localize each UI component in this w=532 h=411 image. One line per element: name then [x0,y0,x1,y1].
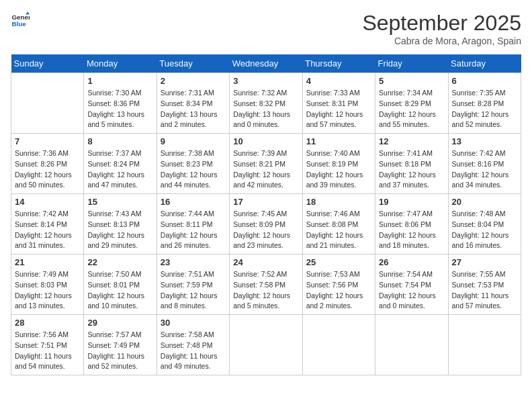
page-header: General Blue September 2025 Cabra de Mor… [11,11,521,46]
day-info: Sunrise: 7:54 AM Sunset: 7:54 PM Dayligh… [379,269,444,312]
day-number: 8 [87,136,152,146]
day-number: 3 [233,76,298,86]
calendar-cell: 5Sunrise: 7:34 AM Sunset: 8:29 PM Daylig… [375,73,448,134]
day-number: 17 [233,197,298,207]
header-day-friday: Friday [375,54,448,73]
day-number: 21 [15,257,80,267]
day-number: 13 [452,136,517,146]
calendar-cell: 27Sunrise: 7:55 AM Sunset: 7:53 PM Dayli… [448,255,521,315]
day-info: Sunrise: 7:33 AM Sunset: 8:31 PM Dayligh… [306,88,371,130]
day-number: 5 [379,76,444,86]
day-info: Sunrise: 7:41 AM Sunset: 8:18 PM Dayligh… [379,148,444,191]
calendar-cell: 30Sunrise: 7:58 AM Sunset: 7:48 PM Dayli… [157,315,229,375]
day-info: Sunrise: 7:55 AM Sunset: 7:53 PM Dayligh… [452,269,517,312]
day-number: 22 [87,257,152,267]
day-number: 28 [15,318,80,328]
day-info: Sunrise: 7:36 AM Sunset: 8:26 PM Dayligh… [15,148,80,191]
day-info: Sunrise: 7:49 AM Sunset: 8:03 PM Dayligh… [15,269,80,312]
day-info: Sunrise: 7:44 AM Sunset: 8:11 PM Dayligh… [161,209,226,251]
title-block: September 2025 Cabra de Mora, Aragon, Sp… [362,11,521,46]
day-info: Sunrise: 7:50 AM Sunset: 8:01 PM Dayligh… [87,269,152,312]
calendar-cell: 22Sunrise: 7:50 AM Sunset: 8:01 PM Dayli… [84,255,157,315]
day-number: 30 [161,318,226,328]
calendar-cell: 13Sunrise: 7:42 AM Sunset: 8:16 PM Dayli… [448,134,521,194]
calendar-cell: 20Sunrise: 7:48 AM Sunset: 8:04 PM Dayli… [448,194,521,255]
calendar-cell: 7Sunrise: 7:36 AM Sunset: 8:26 PM Daylig… [11,134,84,194]
week-row-4: 21Sunrise: 7:49 AM Sunset: 8:03 PM Dayli… [11,255,521,315]
day-number: 9 [161,136,226,146]
day-number: 18 [306,197,371,207]
day-number: 16 [161,197,226,207]
calendar-cell: 25Sunrise: 7:53 AM Sunset: 7:56 PM Dayli… [302,255,375,315]
calendar-cell [375,315,448,375]
calendar-cell: 23Sunrise: 7:51 AM Sunset: 7:59 PM Dayli… [157,255,229,315]
calendar-cell: 24Sunrise: 7:52 AM Sunset: 7:58 PM Dayli… [230,255,302,315]
calendar-cell: 4Sunrise: 7:33 AM Sunset: 8:31 PM Daylig… [302,73,375,134]
day-number: 7 [15,136,80,146]
calendar-header: SundayMondayTuesdayWednesdayThursdayFrid… [11,54,521,73]
week-row-3: 14Sunrise: 7:42 AM Sunset: 8:14 PM Dayli… [11,194,521,255]
day-info: Sunrise: 7:38 AM Sunset: 8:23 PM Dayligh… [161,148,226,191]
calendar-cell [11,73,84,134]
day-info: Sunrise: 7:34 AM Sunset: 8:29 PM Dayligh… [379,88,444,130]
calendar-cell: 6Sunrise: 7:35 AM Sunset: 8:28 PM Daylig… [448,73,521,134]
location-subtitle: Cabra de Mora, Aragon, Spain [362,36,521,46]
day-number: 11 [306,136,371,146]
header-day-wednesday: Wednesday [230,54,302,73]
day-info: Sunrise: 7:40 AM Sunset: 8:19 PM Dayligh… [306,148,371,191]
day-number: 26 [379,257,444,267]
header-day-thursday: Thursday [302,54,375,73]
day-number: 4 [306,76,371,86]
calendar-cell: 3Sunrise: 7:32 AM Sunset: 8:32 PM Daylig… [230,73,302,134]
week-row-1: 1Sunrise: 7:30 AM Sunset: 8:36 PM Daylig… [11,73,521,134]
header-day-sunday: Sunday [11,54,84,73]
day-info: Sunrise: 7:35 AM Sunset: 8:28 PM Dayligh… [452,88,517,130]
day-info: Sunrise: 7:57 AM Sunset: 7:49 PM Dayligh… [87,330,152,372]
calendar-cell: 26Sunrise: 7:54 AM Sunset: 7:54 PM Dayli… [375,255,448,315]
header-day-saturday: Saturday [448,54,521,73]
logo-icon: General Blue [11,11,30,30]
week-row-2: 7Sunrise: 7:36 AM Sunset: 8:26 PM Daylig… [11,134,521,194]
header-row: SundayMondayTuesdayWednesdayThursdayFrid… [11,54,521,73]
day-number: 19 [379,197,444,207]
day-info: Sunrise: 7:45 AM Sunset: 8:09 PM Dayligh… [233,209,298,251]
calendar-cell: 2Sunrise: 7:31 AM Sunset: 8:34 PM Daylig… [157,73,229,134]
calendar-table: SundayMondayTuesdayWednesdayThursdayFrid… [11,54,521,375]
calendar-cell: 11Sunrise: 7:40 AM Sunset: 8:19 PM Dayli… [302,134,375,194]
day-number: 20 [452,197,517,207]
day-number: 24 [233,257,298,267]
day-info: Sunrise: 7:43 AM Sunset: 8:13 PM Dayligh… [87,209,152,251]
calendar-cell: 9Sunrise: 7:38 AM Sunset: 8:23 PM Daylig… [157,134,229,194]
header-day-monday: Monday [84,54,157,73]
day-number: 23 [161,257,226,267]
day-number: 29 [87,318,152,328]
day-info: Sunrise: 7:30 AM Sunset: 8:36 PM Dayligh… [87,88,152,130]
day-info: Sunrise: 7:37 AM Sunset: 8:24 PM Dayligh… [87,148,152,191]
calendar-cell: 16Sunrise: 7:44 AM Sunset: 8:11 PM Dayli… [157,194,229,255]
day-info: Sunrise: 7:47 AM Sunset: 8:06 PM Dayligh… [379,209,444,251]
calendar-cell [230,315,302,375]
day-info: Sunrise: 7:39 AM Sunset: 8:21 PM Dayligh… [233,148,298,191]
day-info: Sunrise: 7:52 AM Sunset: 7:58 PM Dayligh… [233,269,298,312]
day-number: 6 [452,76,517,86]
calendar-cell: 10Sunrise: 7:39 AM Sunset: 8:21 PM Dayli… [230,134,302,194]
day-info: Sunrise: 7:31 AM Sunset: 8:34 PM Dayligh… [161,88,226,130]
calendar-cell: 15Sunrise: 7:43 AM Sunset: 8:13 PM Dayli… [84,194,157,255]
calendar-cell: 21Sunrise: 7:49 AM Sunset: 8:03 PM Dayli… [11,255,84,315]
calendar-cell: 29Sunrise: 7:57 AM Sunset: 7:49 PM Dayli… [84,315,157,375]
day-number: 10 [233,136,298,146]
calendar-cell: 28Sunrise: 7:56 AM Sunset: 7:51 PM Dayli… [11,315,84,375]
day-info: Sunrise: 7:42 AM Sunset: 8:14 PM Dayligh… [15,209,80,251]
day-info: Sunrise: 7:32 AM Sunset: 8:32 PM Dayligh… [233,88,298,130]
svg-text:Blue: Blue [11,20,26,28]
day-info: Sunrise: 7:56 AM Sunset: 7:51 PM Dayligh… [15,330,80,372]
calendar-cell: 1Sunrise: 7:30 AM Sunset: 8:36 PM Daylig… [84,73,157,134]
calendar-cell: 19Sunrise: 7:47 AM Sunset: 8:06 PM Dayli… [375,194,448,255]
day-number: 25 [306,257,371,267]
calendar-cell: 12Sunrise: 7:41 AM Sunset: 8:18 PM Dayli… [375,134,448,194]
calendar-cell: 8Sunrise: 7:37 AM Sunset: 8:24 PM Daylig… [84,134,157,194]
day-info: Sunrise: 7:53 AM Sunset: 7:56 PM Dayligh… [306,269,371,312]
day-number: 27 [452,257,517,267]
day-info: Sunrise: 7:42 AM Sunset: 8:16 PM Dayligh… [452,148,517,191]
calendar-cell: 18Sunrise: 7:46 AM Sunset: 8:08 PM Dayli… [302,194,375,255]
